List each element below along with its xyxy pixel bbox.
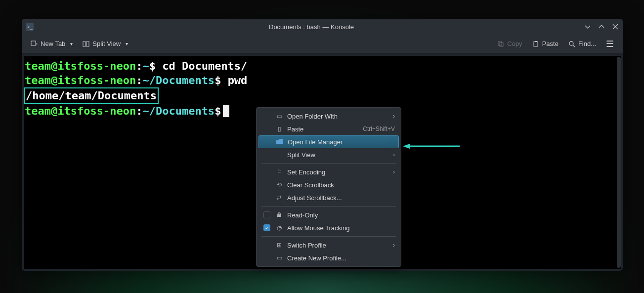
scrollbar[interactable] [617, 57, 621, 268]
checkbox-unchecked [263, 211, 270, 218]
chevron-right-icon: › [393, 168, 395, 175]
menu-shortcut: Ctrl+Shift+V [363, 126, 395, 132]
menu-label: Set Encoding [287, 168, 389, 176]
menu-open-file-manager[interactable]: Open File Manager [258, 135, 399, 148]
menu-label: Split View [287, 151, 389, 159]
app-icon: >_ [26, 23, 34, 31]
mouse-icon: ◔ [275, 224, 283, 232]
chevron-right-icon: › [393, 151, 395, 158]
context-menu: ▭ Open Folder With › ▯ Paste Ctrl+Shift+… [256, 107, 401, 267]
titlebar[interactable]: >_ Documents : bash — Konsole [22, 19, 623, 35]
menu-allow-mouse-tracking[interactable]: ✓ ◔ Allow Mouse Tracking [258, 221, 399, 234]
terminal-line: team@itsfoss-neon:~/Documents$ pwd [25, 73, 620, 87]
svg-rect-0 [31, 41, 36, 45]
menu-separator [261, 206, 396, 207]
menu-label: Paste [287, 126, 359, 133]
find-button[interactable]: Find... [564, 38, 600, 49]
hamburger-icon: ☰ [606, 39, 614, 49]
folder-open-icon: ▭ [275, 112, 283, 120]
copy-button[interactable]: Copy [493, 38, 526, 49]
menu-split-view[interactable]: Split View › [258, 148, 399, 161]
menu-label: Clear Scrollback [287, 181, 395, 189]
svg-rect-5 [534, 42, 538, 46]
profile-icon: ⊞ [275, 241, 283, 249]
new-tab-icon [31, 41, 38, 47]
paste-button[interactable]: Paste [528, 38, 562, 49]
menu-clear-scrollback[interactable]: ⟲ Clear Scrollback [258, 178, 399, 191]
new-tab-button[interactable]: New Tab ▾ [27, 38, 77, 49]
menu-open-folder-with[interactable]: ▭ Open Folder With › [258, 110, 399, 123]
adjust-icon: ⇄ [275, 194, 283, 202]
menu-label: Open Folder With [287, 113, 389, 120]
maximize-button[interactable] [598, 23, 605, 30]
blank-icon [275, 151, 283, 159]
paste-label: Paste [542, 40, 558, 47]
chevron-right-icon: › [393, 113, 395, 120]
menu-set-encoding[interactable]: ⚐ Set Encoding › [258, 166, 399, 178]
split-view-button[interactable]: Split View ▾ [79, 38, 132, 49]
search-icon [568, 41, 575, 47]
menu-adjust-scrollback[interactable]: ⇄ Adjust Scrollback... [258, 191, 399, 204]
svg-point-7 [569, 42, 573, 45]
menu-separator [261, 163, 396, 164]
close-button[interactable] [612, 23, 619, 30]
svg-rect-6 [535, 41, 537, 42]
copy-label: Copy [507, 40, 522, 47]
flag-icon: ⚐ [275, 168, 283, 176]
svg-rect-1 [83, 42, 86, 46]
paste-icon [532, 41, 539, 47]
chevron-down-icon: ▾ [70, 41, 73, 46]
new-tab-label: New Tab [41, 40, 65, 47]
terminal-cursor [223, 105, 229, 117]
clear-icon: ⟲ [275, 181, 283, 189]
menu-label: Read-Only [287, 211, 395, 219]
folder-icon [276, 138, 284, 146]
pwd-output-highlight: /home/team/Documents [24, 87, 159, 104]
svg-rect-2 [86, 42, 89, 46]
menu-label: Open File Manager [288, 138, 394, 146]
split-view-icon [83, 41, 89, 47]
copy-icon [497, 41, 504, 47]
chevron-right-icon: › [393, 242, 395, 249]
menu-read-only[interactable]: 🔒︎ Read-Only [258, 209, 399, 221]
paste-icon: ▯ [275, 125, 283, 133]
toolbar: New Tab ▾ Split View ▾ Copy Paste Find..… [22, 35, 623, 53]
menu-paste[interactable]: ▯ Paste Ctrl+Shift+V [258, 123, 399, 135]
menu-switch-profile[interactable]: ⊞ Switch Profile › [258, 239, 399, 251]
menu-create-new-profile[interactable]: ▭ Create New Profile... [258, 251, 399, 264]
lock-icon: 🔒︎ [275, 211, 283, 219]
menu-label: Switch Profile [287, 242, 389, 249]
terminal-line: team@itsfoss-neon:~$ cd Documents/ [25, 59, 620, 73]
menu-label: Allow Mouse Tracking [287, 224, 395, 232]
menu-label: Adjust Scrollback... [287, 194, 395, 202]
menu-separator [261, 236, 396, 237]
menu-label: Create New Profile... [287, 254, 395, 262]
window-title: Documents : bash — Konsole [39, 23, 584, 31]
split-view-label: Split View [92, 40, 121, 47]
hamburger-menu-button[interactable]: ☰ [602, 37, 618, 51]
checkbox-checked: ✓ [263, 224, 270, 231]
chevron-down-icon: ▾ [126, 41, 128, 46]
new-profile-icon: ▭ [275, 254, 283, 262]
minimize-button[interactable] [584, 23, 591, 30]
terminal-line: /home/team/Documents [25, 87, 620, 104]
find-label: Find... [578, 40, 596, 47]
